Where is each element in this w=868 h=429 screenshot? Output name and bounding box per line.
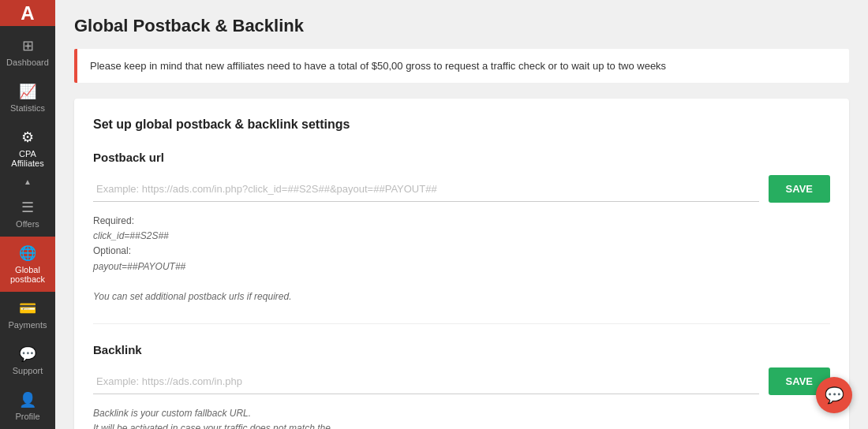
sidebar-label-offers: Offers xyxy=(16,219,39,229)
sidebar-item-profile[interactable]: 👤 Profile xyxy=(0,383,55,429)
backlink-input-row: SAVE xyxy=(93,367,830,395)
settings-card: Set up global postback & backlink settin… xyxy=(74,99,849,429)
sidebar-label-profile: Profile xyxy=(15,412,39,421)
backlink-line2: It will be activated in case your traffi… xyxy=(93,423,331,429)
sidebar-item-statistics[interactable]: 📈 Statistics xyxy=(0,75,55,121)
section-divider xyxy=(93,323,830,324)
alert-banner: Please keep in mind that new affiliates … xyxy=(74,49,849,83)
backlink-url-input[interactable] xyxy=(93,369,759,394)
cpa-chevron: ▲ xyxy=(0,176,55,191)
chat-button[interactable]: 💬 xyxy=(816,377,852,413)
sidebar: A ⊞ Dashboard 📈 Statistics ⚙ CPA Affilia… xyxy=(0,0,55,429)
sidebar-item-global-postback[interactable]: 🌐 Global postback xyxy=(0,237,55,292)
postback-input-row: SAVE xyxy=(93,175,830,203)
chat-icon: 💬 xyxy=(825,386,844,405)
optional-label: Optional: xyxy=(93,245,131,256)
backlink-helper: Backlink is your custom fallback URL. It… xyxy=(93,406,830,429)
backlink-section: Backlink SAVE Backlink is your custom fa… xyxy=(93,343,830,429)
statistics-icon: 📈 xyxy=(19,83,36,100)
required-value: click_id=##S2S## xyxy=(93,230,169,241)
global-postback-icon: 🌐 xyxy=(19,244,36,262)
sidebar-label-support: Support xyxy=(13,366,43,375)
profile-icon: 👤 xyxy=(19,391,36,408)
sidebar-logo[interactable]: A xyxy=(0,0,55,26)
logo-letter: A xyxy=(21,2,34,24)
main-content: Global Postback & Backlink Please keep i… xyxy=(55,0,868,429)
offers-icon: ☰ xyxy=(21,199,34,216)
settings-card-title: Set up global postback & backlink settin… xyxy=(93,118,830,132)
postback-section-title: Postback url xyxy=(93,151,830,164)
optional-value: payout=##PAYOUT## xyxy=(93,261,185,272)
page-title: Global Postback & Backlink xyxy=(74,16,849,36)
alert-text: Please keep in mind that new affiliates … xyxy=(90,60,666,72)
dashboard-icon: ⊞ xyxy=(22,37,34,54)
sidebar-item-support[interactable]: 💬 Support xyxy=(0,338,55,383)
required-label: Required: xyxy=(93,215,134,226)
sidebar-label-dashboard: Dashboard xyxy=(6,58,49,67)
payments-icon: 💳 xyxy=(19,300,36,317)
postback-note: You can set additional postback urls if … xyxy=(93,291,291,302)
sidebar-item-cpa-affiliates[interactable]: ⚙ CPA Affiliates xyxy=(0,121,55,176)
support-icon: 💬 xyxy=(19,345,36,363)
sidebar-label-payments: Payments xyxy=(9,320,47,330)
sidebar-label-statistics: Statistics xyxy=(10,103,45,113)
sidebar-label-cpa: CPA Affiliates xyxy=(3,149,52,168)
backlink-section-title: Backlink xyxy=(93,343,830,356)
sidebar-item-payments[interactable]: 💳 Payments xyxy=(0,292,55,338)
postback-save-button[interactable]: SAVE xyxy=(769,175,830,203)
postback-helper: Required: click_id=##S2S## Optional: pay… xyxy=(93,214,830,304)
sidebar-label-global-postback: Global postback xyxy=(3,265,52,284)
backlink-line1: Backlink is your custom fallback URL. xyxy=(93,408,251,419)
sidebar-item-dashboard[interactable]: ⊞ Dashboard xyxy=(0,29,55,75)
postback-section: Postback url SAVE Required: click_id=##S… xyxy=(93,151,830,304)
cpa-icon: ⚙ xyxy=(21,129,34,146)
sidebar-item-offers[interactable]: ☰ Offers xyxy=(0,191,55,237)
postback-url-input[interactable] xyxy=(93,177,759,202)
